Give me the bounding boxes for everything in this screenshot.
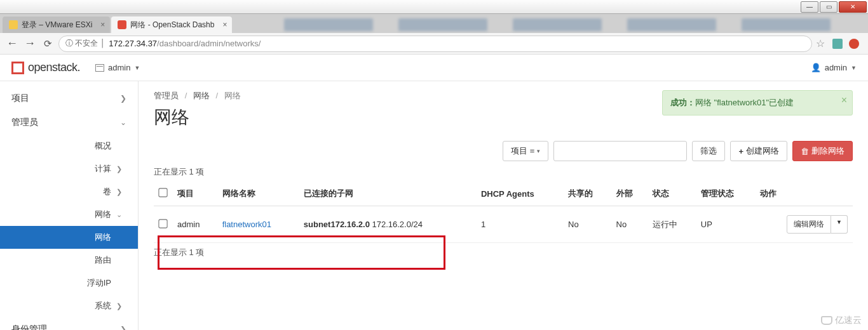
sidebar-item-project[interactable]: 项目 ❯: [0, 86, 138, 110]
col-admin-state[interactable]: 管理状态: [696, 182, 755, 206]
user-menu[interactable]: 👤 admin ▼: [811, 63, 857, 72]
sidebar-item-label: 项目: [11, 93, 29, 104]
sidebar-item-network[interactable]: 网络 ⌄: [0, 203, 138, 226]
cell-status: 运行中: [648, 206, 696, 243]
bookmark-star-icon[interactable]: ☆: [816, 37, 825, 50]
plus-icon: +: [738, 147, 743, 156]
edit-network-button[interactable]: 编辑网络: [787, 215, 831, 234]
sidebar-item-system[interactable]: 系统 ❯: [0, 294, 138, 317]
chevron-down-icon: ▼: [851, 65, 857, 71]
breadcrumb-current: 网络: [224, 91, 241, 100]
row-checkbox[interactable]: [158, 219, 167, 228]
networks-table: 项目 网络名称 已连接的子网 DHCP Agents 共享的 外部 状态 管理状…: [154, 182, 853, 243]
toast-prefix: 成功：: [670, 98, 695, 107]
browser-tab-esxi[interactable]: 登录 – VMware ESXi ×: [3, 16, 110, 33]
sidebar-item-overview[interactable]: 概况: [0, 135, 138, 157]
back-button[interactable]: ←: [5, 37, 19, 50]
success-toast: 成功：网络 "flatnetwork01"已创建 ×: [662, 90, 853, 116]
network-link[interactable]: flatnetwork01: [222, 220, 271, 229]
extension-icons: [829, 39, 863, 49]
sidebar-item-compute[interactable]: 计算 ❯: [0, 157, 138, 180]
sidebar-item-routers[interactable]: 路由: [0, 249, 138, 272]
sidebar-item-identity[interactable]: 身份管理 ❯: [0, 317, 138, 330]
cell-project: admin: [172, 206, 217, 243]
close-icon[interactable]: ×: [100, 20, 105, 29]
openstack-logo-icon: [11, 62, 24, 74]
row-action-dropdown[interactable]: ▼: [831, 215, 848, 234]
tab-title: 网络 - OpenStack Dashb: [130, 20, 214, 30]
browser-tab-openstack[interactable]: 网络 - OpenStack Dashb ×: [111, 16, 232, 33]
filter-button[interactable]: 筛选: [692, 141, 725, 161]
chevron-right-icon: ❯: [111, 188, 126, 196]
chevron-down-icon: ⌄: [111, 211, 126, 219]
breadcrumb-network[interactable]: 网络: [193, 91, 210, 100]
main-content: 管理员 / 网络 / 网络 网络 成功：网络 "flatnetwork01"已创…: [139, 81, 868, 330]
project-filter-button[interactable]: 项目 = ▾: [503, 141, 548, 161]
openstack-favicon-icon: [118, 20, 126, 29]
close-icon[interactable]: ×: [841, 95, 847, 106]
vmware-favicon-icon: [9, 20, 18, 29]
brand-text: openstack.: [28, 61, 80, 74]
window-maximize-button[interactable]: ▭: [820, 1, 837, 13]
cell-admin-state: UP: [696, 206, 755, 243]
chevron-right-icon: ❯: [111, 302, 126, 310]
breadcrumb-admin[interactable]: 管理员: [154, 91, 179, 100]
window-close-button[interactable]: ✕: [839, 1, 867, 13]
col-status[interactable]: 状态: [648, 182, 696, 206]
project-selector[interactable]: admin ▼: [95, 63, 140, 72]
col-subnets[interactable]: 已连接的子网: [299, 182, 476, 206]
chevron-right-icon: ❯: [120, 325, 126, 330]
col-dhcp[interactable]: DHCP Agents: [476, 182, 563, 206]
sidebar-item-admin[interactable]: 管理员 ⌄: [0, 110, 138, 135]
sidebar-item-volume[interactable]: 卷 ❯: [0, 180, 138, 203]
col-shared[interactable]: 共享的: [563, 182, 611, 206]
cell-shared: No: [563, 206, 611, 243]
chevron-down-icon: ▾: [537, 148, 540, 154]
browser-tab-strip: 登录 – VMware ESXi × 网络 - OpenStack Dashb …: [0, 14, 868, 33]
extension-icon[interactable]: [832, 39, 843, 49]
forward-button[interactable]: →: [23, 37, 37, 50]
col-external[interactable]: 外部: [611, 182, 648, 206]
row-action: 编辑网络 ▼: [787, 215, 848, 234]
reload-button[interactable]: ⟳: [41, 38, 55, 50]
col-actions: 动作: [755, 182, 853, 206]
chevron-down-icon: ⌄: [120, 118, 126, 127]
table-row: admin flatnetwork01 subnet172.16.2.0 172…: [154, 206, 853, 243]
filter-input[interactable]: [553, 141, 687, 161]
delete-network-button[interactable]: 🗑 删除网络: [792, 141, 853, 161]
table-toolbar: 项目 = ▾ 筛选 + 创建网络 🗑 删除网络: [154, 141, 853, 161]
tab-title: 登录 – VMware ESXi: [22, 20, 92, 30]
user-name: admin: [825, 63, 847, 72]
sidebar-item-networks[interactable]: 网络: [0, 226, 138, 249]
cloud-icon: [821, 316, 832, 325]
sidebar: 项目 ❯ 管理员 ⌄ 概况 计算 ❯ 卷 ❯ 网络 ⌄ 网络 路由 浮动IP: [0, 81, 139, 330]
select-all-checkbox[interactable]: [158, 188, 167, 197]
insecure-icon: ⓘ 不安全 │: [65, 38, 105, 49]
user-icon: 👤: [811, 63, 821, 72]
col-project[interactable]: 项目: [172, 182, 217, 206]
window-chrome: — ▭ ✕: [0, 0, 868, 14]
obscured-tabs: [284, 16, 831, 33]
col-name[interactable]: 网络名称: [217, 182, 299, 206]
project-name: admin: [108, 63, 130, 72]
extension-icon[interactable]: [849, 39, 859, 49]
toast-message: 网络 "flatnetwork01"已创建: [695, 98, 794, 107]
cell-dhcp: 1: [476, 206, 563, 243]
openstack-topbar: openstack. admin ▼ 👤 admin ▼: [0, 55, 868, 81]
sidebar-item-floating-ip[interactable]: 浮动IP: [0, 272, 138, 294]
sidebar-item-label: 管理员: [11, 117, 38, 128]
create-network-button[interactable]: + 创建网络: [730, 141, 787, 161]
watermark: 亿速云: [821, 315, 862, 326]
showing-count-top: 正在显示 1 项: [154, 166, 853, 178]
project-icon: [95, 64, 104, 72]
chevron-right-icon: ❯: [111, 165, 126, 173]
showing-count-bottom: 正在显示 1 项: [154, 247, 853, 258]
address-bar[interactable]: ⓘ 不安全 │ 172.27.34.37/dashboard/admin/net…: [58, 36, 812, 52]
browser-toolbar: ← → ⟳ ⓘ 不安全 │ 172.27.34.37/dashboard/adm…: [0, 33, 868, 55]
chevron-right-icon: ❯: [120, 94, 126, 103]
trash-icon: 🗑: [801, 147, 809, 156]
close-icon[interactable]: ×: [222, 20, 227, 29]
sidebar-item-label: 身份管理: [11, 324, 47, 330]
brand-logo[interactable]: openstack.: [11, 61, 80, 74]
window-minimize-button[interactable]: —: [801, 1, 818, 13]
